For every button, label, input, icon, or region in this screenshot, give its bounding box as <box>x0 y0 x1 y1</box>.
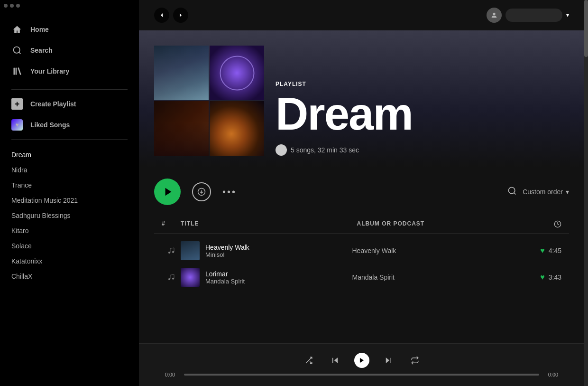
user-area: ▾ <box>487 8 569 23</box>
liked-songs-button[interactable]: ♥ Liked Songs <box>0 114 139 135</box>
track-liked-icon-1[interactable]: ♥ <box>540 246 545 255</box>
previous-button[interactable] <box>328 353 343 368</box>
playlist-type-label: PLAYLIST <box>276 81 569 87</box>
track-artist-2: Mandala Spirit <box>205 278 245 285</box>
download-button[interactable] <box>192 182 211 201</box>
sidebar-nav: Home Search <box>0 15 139 85</box>
total-time: 0:00 <box>545 372 561 377</box>
search-tracks-button[interactable] <box>507 186 517 198</box>
playlist-item-dream[interactable]: Dream <box>0 147 139 162</box>
svg-rect-3 <box>16 68 17 75</box>
right-scrollbar[interactable] <box>584 0 588 386</box>
sidebar-divider-top <box>11 89 128 90</box>
repeat-button[interactable] <box>407 353 423 368</box>
track-liked-icon-2[interactable]: ♥ <box>540 273 545 282</box>
playlist-meta-text: 5 songs, 32 min 33 sec <box>291 146 359 154</box>
sidebar-item-library[interactable]: Your Library <box>0 61 139 82</box>
svg-line-1 <box>19 52 21 54</box>
back-button[interactable] <box>154 8 169 23</box>
svg-marker-19 <box>359 358 363 363</box>
scrollbar-thumb[interactable] <box>584 0 588 57</box>
large-play-button[interactable] <box>154 179 181 205</box>
sidebar-item-home[interactable]: Home <box>0 19 139 40</box>
controls-right: Custom order ▾ <box>507 186 569 198</box>
shuffle-button[interactable] <box>301 353 316 368</box>
svg-point-4 <box>493 13 495 15</box>
svg-point-14 <box>172 278 174 280</box>
svg-marker-20 <box>386 358 389 363</box>
playlist-info: PLAYLIST Dream 5 songs, 32 min 33 sec <box>276 81 569 156</box>
more-options-button[interactable]: ••• <box>222 187 237 198</box>
dot-3 <box>16 4 20 8</box>
progress-bar[interactable] <box>184 374 539 376</box>
player-play-button[interactable] <box>354 353 369 368</box>
playlist-item-kitaro[interactable]: Kitaro <box>0 223 139 238</box>
track-list-header: # TITLE ALBUM OR PODCAST <box>154 217 569 234</box>
custom-order-button[interactable]: Custom order ▾ <box>523 188 569 196</box>
order-label: Custom order <box>523 188 563 196</box>
track-actions-1: ♥ 4:45 <box>524 246 561 255</box>
plus-icon: + <box>11 98 23 110</box>
app-menu-dots[interactable] <box>0 0 139 15</box>
sidebar-item-search[interactable]: Search <box>0 40 139 61</box>
svg-marker-17 <box>334 358 338 363</box>
progress-row: 0:00 0:00 <box>147 372 577 377</box>
playlist-item-meditation[interactable]: Meditation Music 2021 <box>0 193 139 208</box>
playlist-item-nidra[interactable]: Nidra <box>0 162 139 178</box>
track-text-2: Lorimar Mandala Spirit <box>205 270 245 285</box>
playlist-title: Dream <box>276 91 569 137</box>
main-content: ▾ PLAYLIST Dream 5 songs, 32 min 33 sec <box>139 0 584 386</box>
liked-songs-label: Liked Songs <box>30 121 70 129</box>
svg-point-8 <box>509 187 515 193</box>
track-list: # TITLE ALBUM OR PODCAST <box>139 217 584 343</box>
heart-icon: ♥ <box>11 119 23 131</box>
dropdown-arrow[interactable]: ▾ <box>566 12 569 19</box>
track-num-2 <box>162 273 181 281</box>
table-row[interactable]: Lorimar Mandala Spirit Mandala Spirit ♥ … <box>154 264 569 291</box>
track-artist-1: Minisol <box>205 251 249 258</box>
svg-line-9 <box>514 192 516 194</box>
playlist-item-sadhguru[interactable]: Sadhguru Blessings <box>0 208 139 223</box>
forward-button[interactable] <box>173 8 188 23</box>
main-header: ▾ <box>139 0 584 30</box>
track-duration-2: 3:43 <box>549 273 561 281</box>
search-icon <box>11 45 23 56</box>
track-thumb-2 <box>181 268 200 287</box>
cover-quadrant-2 <box>210 46 264 100</box>
track-duration-1: 4:45 <box>549 247 561 254</box>
sidebar-item-home-label: Home <box>30 26 49 33</box>
track-album-2: Mandala Spirit <box>352 273 524 281</box>
sidebar: Home Search <box>0 0 139 386</box>
playlist-cover <box>154 46 264 156</box>
playlist-item-katatonixx[interactable]: Katatonixx <box>0 254 139 269</box>
cover-quadrant-4 <box>210 101 264 156</box>
playlist-hero: PLAYLIST Dream 5 songs, 32 min 33 sec <box>139 30 584 167</box>
dot-1 <box>4 4 8 8</box>
playlist-item-chillax[interactable]: ChillaX <box>0 269 139 284</box>
track-album-1: Heavenly Walk <box>352 247 524 254</box>
home-icon <box>11 24 23 35</box>
user-name-button[interactable] <box>505 9 562 22</box>
table-row[interactable]: Heavenly Walk Minisol Heavenly Walk ♥ 4:… <box>154 237 569 264</box>
header-duration <box>533 220 561 229</box>
sidebar-item-search-label: Search <box>30 47 53 54</box>
playlist-item-solace[interactable]: Solace <box>0 238 139 254</box>
track-info-2: Lorimar Mandala Spirit <box>181 268 352 287</box>
svg-point-11 <box>168 252 170 254</box>
svg-marker-5 <box>165 188 172 196</box>
playlist-controls: ••• Custom order ▾ <box>139 167 584 217</box>
playlist-section: Dream Nidra Trance Meditation Music 2021… <box>0 143 139 288</box>
create-playlist-label: Create Playlist <box>30 100 76 108</box>
order-dropdown-arrow: ▾ <box>566 188 569 196</box>
playlist-item-trance[interactable]: Trance <box>0 178 139 193</box>
bottom-player: 0:00 0:00 <box>139 343 584 386</box>
playlist-meta: 5 songs, 32 min 33 sec <box>276 144 569 156</box>
playlist-owner-avatar <box>276 144 287 156</box>
track-name-1: Heavenly Walk <box>205 244 249 251</box>
dot-2 <box>10 4 14 8</box>
create-playlist-button[interactable]: + Create Playlist <box>0 94 139 114</box>
header-title: TITLE <box>181 220 357 229</box>
next-button[interactable] <box>381 353 396 368</box>
svg-point-0 <box>14 47 20 53</box>
header-album: ALBUM OR PODCAST <box>357 220 533 229</box>
